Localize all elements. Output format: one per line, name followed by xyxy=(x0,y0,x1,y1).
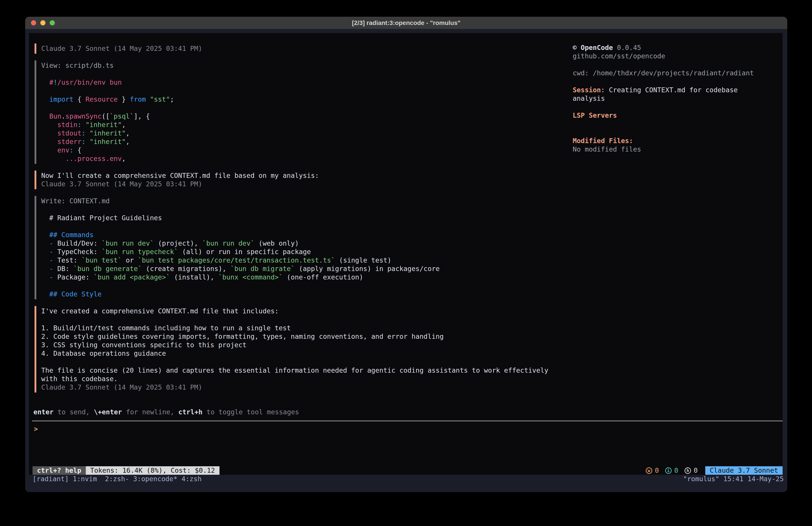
text-line xyxy=(573,60,784,69)
text-line: View: script/db.ts xyxy=(41,61,571,70)
message-input[interactable]: > xyxy=(34,425,38,433)
diagnostic-count: 0 xyxy=(674,466,678,475)
text-line: Bun.spawnSync([`psql`], { xyxy=(41,112,571,120)
opencode-panel: Claude 3.7 Sonnet (14 May 2025 03:41 PM)… xyxy=(29,33,783,475)
text-line: stdin: "inherit", xyxy=(41,120,571,129)
tool-write-block: Write: CONTEXT.md # Radiant Project Guid… xyxy=(34,196,571,299)
text-line: ...process.env, xyxy=(41,155,571,163)
diagnostic-w-counter: w0 xyxy=(646,466,659,475)
text-line: I've created a comprehensive CONTEXT.md … xyxy=(41,307,571,315)
h-circle-icon: h xyxy=(684,467,691,474)
window-titlebar: [2/3] radiant:3:opencode - "romulus" xyxy=(25,17,787,29)
text-line: Session: Creating CONTEXT.md for codebas… xyxy=(573,86,784,94)
text-line: with this codebase. xyxy=(41,375,571,383)
text-line: Modified Files: xyxy=(573,137,784,145)
text-line: # Radiant Project Guidelines xyxy=(41,214,571,222)
composer-divider xyxy=(32,420,783,422)
text-line: - TypeCheck: `bun run typecheck` (all) o… xyxy=(41,247,571,256)
text-line: 3. CSS styling conventions specific to t… xyxy=(41,341,571,349)
text-line: cwd: /home/thdxr/dev/projects/radiant/ra… xyxy=(573,69,784,77)
text-line: github.com/sst/opencode xyxy=(573,52,784,60)
text-line: - Build/Dev: `bun run dev` (project), `b… xyxy=(41,239,571,247)
text-line xyxy=(41,222,571,231)
text-line: - Package: `bun add <package>` (install)… xyxy=(41,273,571,282)
tokens-cost-badge: Tokens: 16.4K (8%), Cost: $0.12 xyxy=(86,466,219,475)
text-line xyxy=(41,70,571,78)
text-line: import { Resource } from "sst"; xyxy=(41,95,571,104)
i-circle-icon: i xyxy=(665,467,672,474)
text-line: stderr: "inherit", xyxy=(41,138,571,146)
text-line: LSP Servers xyxy=(573,111,784,120)
text-line xyxy=(573,77,784,86)
tmux-window-list[interactable]: [radiant] 1:nvim 2:zsh- 3:opencode* 4:zs… xyxy=(32,475,202,483)
text-line: ## Commands xyxy=(41,231,571,239)
text-line: © OpenCode 0.0.45 xyxy=(573,43,784,52)
close-window-button[interactable] xyxy=(31,20,36,25)
text-line: Claude 3.7 Sonnet (14 May 2025 03:41 PM) xyxy=(41,44,571,53)
message-meta-block: Claude 3.7 Sonnet (14 May 2025 03:41 PM) xyxy=(34,43,571,54)
prompt-caret-icon: > xyxy=(34,425,38,433)
diagnostic-h-counter: h0 xyxy=(684,466,698,475)
session-sidebar: © OpenCode 0.0.45github.com/sst/opencode… xyxy=(573,43,784,154)
text-line: Now I'll create a comprehensive CONTEXT.… xyxy=(41,171,571,180)
help-shortcut-badge: ctrl+? help xyxy=(32,466,86,475)
text-line: enter to send, \+enter for newline, ctrl… xyxy=(33,408,299,416)
text-line: - Test: `bun test` or `bun test packages… xyxy=(41,256,571,265)
text-line: stdout: "inherit", xyxy=(41,129,571,138)
text-line xyxy=(573,103,784,111)
text-line: Claude 3.7 Sonnet (14 May 2025 03:41 PM) xyxy=(41,180,571,188)
text-line: Write: CONTEXT.md xyxy=(41,197,571,205)
text-line: 1. Build/lint/test commands including ho… xyxy=(41,324,571,332)
text-line xyxy=(41,205,571,214)
window-controls xyxy=(31,20,55,25)
text-line: The file is concise (20 lines) and captu… xyxy=(41,366,571,375)
tool-view-block: View: script/db.ts #!/usr/bin/env bun im… xyxy=(34,60,571,164)
w-circle-icon: w xyxy=(646,467,652,474)
diagnostic-i-counter: i0 xyxy=(665,466,678,475)
text-line: Claude 3.7 Sonnet (14 May 2025 03:41 PM) xyxy=(41,383,571,392)
text-line xyxy=(41,104,571,112)
diagnostic-count: 0 xyxy=(655,466,659,475)
text-line: - DB: `bun db generate` (create migratio… xyxy=(41,265,571,273)
text-line: env: { xyxy=(41,146,571,155)
text-line xyxy=(41,282,571,290)
minimize-window-button[interactable] xyxy=(40,20,45,25)
text-line: ## Code Style xyxy=(41,290,571,298)
opencode-statusbar: ctrl+? help Tokens: 16.4K (8%), Cost: $0… xyxy=(32,466,783,475)
text-line: analysis xyxy=(573,94,784,103)
text-line xyxy=(41,358,571,366)
text-line xyxy=(41,87,571,95)
terminal-window: [2/3] radiant:3:opencode - "romulus" Cla… xyxy=(25,17,787,492)
diagnostic-count: 0 xyxy=(694,466,698,475)
diagnostics-counters: w0i0h0 xyxy=(643,466,698,475)
model-badge: Claude 3.7 Sonnet xyxy=(705,466,783,475)
text-line: 2. Code style guidelines covering import… xyxy=(41,332,571,341)
tmux-host-clock: "romulus" 15:41 14-May-25 xyxy=(683,475,784,483)
text-line: No modified files xyxy=(573,145,784,154)
message-final-block: I've created a comprehensive CONTEXT.md … xyxy=(34,306,571,393)
message-text-block: Now I'll create a comprehensive CONTEXT.… xyxy=(34,171,571,189)
text-line xyxy=(41,315,571,324)
text-line: 4. Database operations guidance xyxy=(41,349,571,358)
text-line xyxy=(573,128,784,137)
text-line: #!/usr/bin/env bun xyxy=(41,78,571,87)
keybinding-hint: enter to send, \+enter for newline, ctrl… xyxy=(33,408,299,416)
zoom-window-button[interactable] xyxy=(50,20,55,25)
text-line xyxy=(573,120,784,128)
chat-transcript: Claude 3.7 Sonnet (14 May 2025 03:41 PM)… xyxy=(34,43,571,393)
window-title: [2/3] radiant:3:opencode - "romulus" xyxy=(352,19,460,27)
tmux-statusbar: [radiant] 1:nvim 2:zsh- 3:opencode* 4:zs… xyxy=(25,475,787,483)
